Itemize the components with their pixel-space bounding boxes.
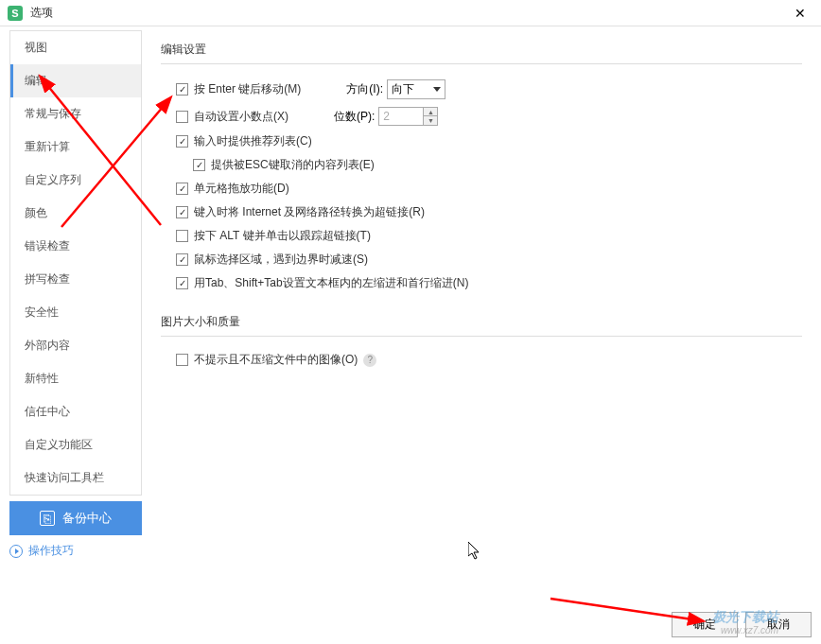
recommend-label: 输入时提供推荐列表(C) (194, 133, 312, 149)
cancel-button[interactable]: 取消 (745, 612, 812, 637)
image-section-title: 图片大小和质量 (161, 314, 802, 337)
no-compress-checkbox[interactable] (176, 354, 188, 366)
url-hyperlink-checkbox[interactable] (176, 206, 188, 218)
sidebar-item-11[interactable]: 信任中心 (10, 395, 141, 428)
backup-icon: ⎘ (40, 511, 55, 526)
tab-indent-checkbox[interactable] (176, 277, 188, 289)
content-panel: 编辑设置 按 Enter 键后移动(M) 方向(I): 向下 自动设置小数点(X… (142, 26, 821, 599)
enter-move-label: 按 Enter 键后移动(M) (194, 81, 301, 97)
sidebar-item-10[interactable]: 新特性 (10, 362, 141, 395)
sidebar-item-13[interactable]: 快速访问工具栏 (10, 461, 141, 495)
titlebar: S 选项 ✕ (0, 0, 821, 26)
help-icon[interactable]: ? (363, 354, 376, 367)
play-icon (9, 545, 23, 558)
enter-move-checkbox[interactable] (176, 83, 188, 96)
sidebar-item-2[interactable]: 常规与保存 (10, 97, 141, 131)
dialog-footer: 确定 取消 (672, 612, 812, 637)
chevron-down-icon (433, 87, 441, 92)
sidebar-item-7[interactable]: 拼写检查 (10, 263, 141, 296)
cell-drag-label: 单元格拖放功能(D) (194, 181, 289, 197)
tab-indent-label: 用Tab、Shift+Tab设置文本框内的左缩进和首行缩进(N) (194, 275, 468, 291)
places-label: 位数(P): (334, 109, 375, 125)
backup-label: 备份中心 (62, 510, 112, 527)
sidebar-item-8[interactable]: 安全性 (10, 296, 141, 329)
direction-value: 向下 (392, 81, 414, 97)
places-input[interactable] (378, 107, 424, 126)
tips-label: 操作技巧 (28, 543, 74, 559)
sidebar: 视图编辑常规与保存重新计算自定义序列颜色错误检查拼写检查安全性外部内容新特性信任… (9, 30, 142, 496)
app-logo-icon: S (8, 6, 23, 21)
sidebar-item-9[interactable]: 外部内容 (10, 329, 141, 362)
spin-down-icon[interactable]: ▼ (424, 116, 437, 125)
sidebar-item-1[interactable]: 编辑 (10, 64, 141, 97)
sidebar-item-3[interactable]: 重新计算 (10, 131, 141, 164)
ok-button[interactable]: 确定 (672, 612, 738, 637)
tips-link[interactable]: 操作技巧 (9, 543, 142, 559)
edit-section-title: 编辑设置 (161, 42, 802, 64)
sidebar-item-5[interactable]: 颜色 (10, 197, 141, 230)
esc-content-checkbox[interactable] (193, 159, 205, 171)
dialog-title: 选项 (30, 5, 787, 21)
cell-drag-checkbox[interactable] (176, 183, 188, 195)
close-button[interactable]: ✕ (787, 0, 813, 26)
recommend-checkbox[interactable] (176, 135, 188, 148)
sidebar-item-12[interactable]: 自定义功能区 (10, 428, 141, 461)
alt-click-label: 按下 ALT 键并单击以跟踪超链接(T) (194, 228, 371, 244)
spin-up-icon[interactable]: ▲ (424, 108, 437, 116)
mouse-select-label: 鼠标选择区域，遇到边界时减速(S) (194, 252, 368, 268)
auto-decimal-label: 自动设置小数点(X) (194, 109, 288, 125)
direction-combo[interactable]: 向下 (387, 79, 445, 99)
places-spinner[interactable]: ▲▼ (378, 107, 438, 126)
sidebar-item-4[interactable]: 自定义序列 (10, 164, 141, 197)
no-compress-label: 不提示且不压缩文件中的图像(O) (194, 352, 358, 368)
backup-center-button[interactable]: ⎘ 备份中心 (9, 501, 142, 535)
url-hyperlink-label: 键入时将 Internet 及网络路径转换为超链接(R) (194, 204, 425, 220)
mouse-select-checkbox[interactable] (176, 253, 188, 266)
auto-decimal-checkbox[interactable] (176, 111, 188, 123)
direction-label: 方向(I): (346, 81, 383, 97)
sidebar-item-0[interactable]: 视图 (10, 31, 141, 64)
alt-click-checkbox[interactable] (176, 230, 188, 242)
sidebar-item-6[interactable]: 错误检查 (10, 230, 141, 263)
esc-content-label: 提供被ESC键取消的内容列表(E) (211, 157, 375, 173)
